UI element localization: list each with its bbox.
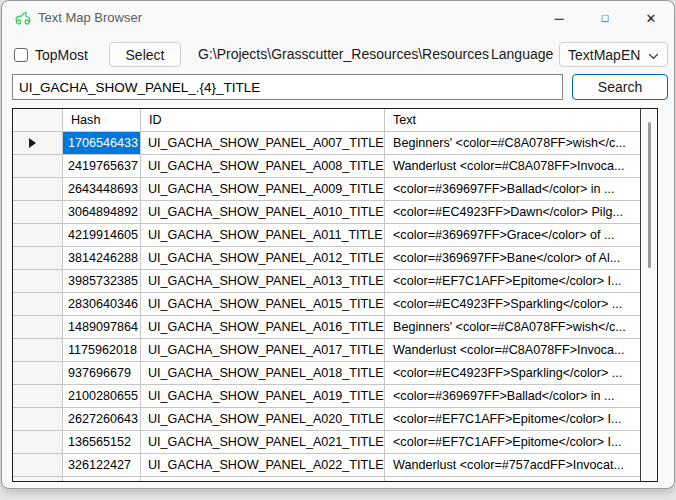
text-cell[interactable]: <color=#EF7C1AFF>Epitome</color> I...: [385, 270, 640, 293]
row-indicator-header[interactable]: [13, 109, 63, 132]
search-input[interactable]: [12, 74, 563, 100]
column-header-text[interactable]: Text: [385, 109, 640, 132]
text-cell[interactable]: <color=#EC4923FF>Sparkling</color> ...: [385, 362, 640, 385]
text-cell[interactable]: Wanderlust <color=#757acdFF>Invocat...: [385, 454, 640, 477]
table-row[interactable]: 1489097864 UI_GACHA_SHOW_PANEL_A016_TITL…: [13, 316, 640, 339]
hash-cell[interactable]: 1175962018: [63, 339, 141, 362]
row-indicator-cell[interactable]: [13, 339, 63, 362]
row-indicator-cell[interactable]: [13, 224, 63, 247]
table-row[interactable]: 2830640346 UI_GACHA_SHOW_PANEL_A015_TITL…: [13, 293, 640, 316]
table-row[interactable]: 2419765637 UI_GACHA_SHOW_PANEL_A008_TITL…: [13, 155, 640, 178]
search-button[interactable]: Search: [572, 74, 668, 100]
table-row[interactable]: 4219914605 UI_GACHA_SHOW_PANEL_A011_TITL…: [13, 224, 640, 247]
row-indicator-cell[interactable]: [13, 293, 63, 316]
hash-cell[interactable]: 326122427: [63, 454, 141, 477]
row-indicator-cell[interactable]: [13, 385, 63, 408]
text-cell[interactable]: <color=#EC4923FF>Dawn</color> Pilg...: [385, 201, 640, 224]
titlebar[interactable]: Text Map Browser ─ □ ✕: [2, 1, 674, 35]
hash-cell[interactable]: 3985732385: [63, 270, 141, 293]
column-header-hash[interactable]: Hash: [63, 109, 141, 132]
id-cell[interactable]: UI_GACHA_SHOW_PANEL_A018_TITLE: [141, 362, 385, 385]
hash-cell[interactable]: 2830640346: [63, 293, 141, 316]
table-row[interactable]: 2100280655 UI_GACHA_SHOW_PANEL_A019_TITL…: [13, 385, 640, 408]
id-cell[interactable]: UI_GACHA_SHOW_PANEL_A020_TITLE: [141, 408, 385, 431]
scrollbar-thumb[interactable]: [648, 122, 651, 268]
table-row[interactable]: 136565152 UI_GACHA_SHOW_PANEL_A021_TITLE…: [13, 431, 640, 454]
close-icon[interactable]: ✕: [628, 1, 674, 35]
row-indicator-cell[interactable]: [13, 270, 63, 293]
id-cell[interactable]: UI_GACHA_SHOW_PANEL_A017_TITLE: [141, 339, 385, 362]
results-table: Hash ID Text 1706546433 UI_GACHA_SHOW_PA…: [12, 108, 658, 482]
hash-cell[interactable]: 3064894892: [63, 201, 141, 224]
hash-cell[interactable]: 1489097864: [63, 316, 141, 339]
row-indicator-cell[interactable]: [13, 454, 63, 477]
row-indicator-cell[interactable]: [13, 431, 63, 454]
id-cell[interactable]: UI_GACHA_SHOW_PANEL_A010_TITLE: [141, 201, 385, 224]
text-cell[interactable]: <color=#369697FF>Ballad</color> in ...: [385, 385, 640, 408]
hash-cell[interactable]: 136565152: [63, 431, 141, 454]
text-cell[interactable]: Wanderlust <color=#C8A078FF>Invoca...: [385, 339, 640, 362]
id-cell[interactable]: UI_GACHA_SHOW_PANEL_A019_TITLE: [141, 385, 385, 408]
hash-cell[interactable]: 2627260643: [63, 408, 141, 431]
text-cell[interactable]: <color=#369697FF>Grace</color> of ...: [385, 224, 640, 247]
hash-cell[interactable]: 2643448693: [63, 178, 141, 201]
hash-cell[interactable]: 2100280655: [63, 385, 141, 408]
hash-cell[interactable]: 937696679: [63, 362, 141, 385]
table-body: 1706546433 UI_GACHA_SHOW_PANEL_A007_TITL…: [13, 132, 640, 477]
id-cell[interactable]: UI_GACHA_SHOW_PANEL_A016_TITLE: [141, 316, 385, 339]
table-header-row: Hash ID Text: [13, 109, 640, 132]
text-cell[interactable]: <color=#EF7C1AFF>Epitome</color> I...: [385, 408, 640, 431]
language-label: Language: [491, 46, 553, 62]
table-row[interactable]: 3814246288 UI_GACHA_SHOW_PANEL_A012_TITL…: [13, 247, 640, 270]
chevron-down-icon: [648, 47, 659, 63]
row-indicator-cell[interactable]: [13, 155, 63, 178]
topmost-checkbox[interactable]: [14, 48, 28, 62]
id-cell[interactable]: UI_GACHA_SHOW_PANEL_A007_TITLE: [141, 132, 385, 155]
table-row[interactable]: 2643448693 UI_GACHA_SHOW_PANEL_A009_TITL…: [13, 178, 640, 201]
text-cell[interactable]: <color=#369697FF>Ballad</color> in ...: [385, 178, 640, 201]
id-cell[interactable]: UI_GACHA_SHOW_PANEL_A022_TITLE: [141, 454, 385, 477]
table-row[interactable]: 937696679 UI_GACHA_SHOW_PANEL_A018_TITLE…: [13, 362, 640, 385]
row-indicator-cell[interactable]: [13, 316, 63, 339]
row-indicator-cell[interactable]: [13, 247, 63, 270]
language-select[interactable]: TextMapEN: [559, 42, 668, 67]
hash-cell[interactable]: 2419765637: [63, 155, 141, 178]
text-cell[interactable]: <color=#EF7C1AFF>Epitome</color> I...: [385, 431, 640, 454]
text-cell[interactable]: Beginners' <color=#C8A078FF>wish</c...: [385, 132, 640, 155]
text-cell[interactable]: <color=#EC4923FF>Sparkling</color> ...: [385, 293, 640, 316]
app-logo-icon: [14, 10, 32, 26]
row-indicator-cell[interactable]: [13, 362, 63, 385]
select-button[interactable]: Select: [109, 42, 181, 67]
partial-clipped-row: [13, 477, 640, 481]
text-cell[interactable]: Beginners' <color=#C8A078FF>wish</c...: [385, 316, 640, 339]
row-indicator-cell[interactable]: [13, 408, 63, 431]
id-cell[interactable]: UI_GACHA_SHOW_PANEL_A008_TITLE: [141, 155, 385, 178]
table-row[interactable]: 1706546433 UI_GACHA_SHOW_PANEL_A007_TITL…: [13, 132, 640, 155]
text-cell[interactable]: Wanderlust <color=#C8A078FF>Invoca...: [385, 155, 640, 178]
hash-cell[interactable]: 4219914605: [63, 224, 141, 247]
id-cell[interactable]: UI_GACHA_SHOW_PANEL_A012_TITLE: [141, 247, 385, 270]
table-row[interactable]: 3064894892 UI_GACHA_SHOW_PANEL_A010_TITL…: [13, 201, 640, 224]
table-row[interactable]: 1175962018 UI_GACHA_SHOW_PANEL_A017_TITL…: [13, 339, 640, 362]
table-row[interactable]: 3985732385 UI_GACHA_SHOW_PANEL_A013_TITL…: [13, 270, 640, 293]
id-cell[interactable]: UI_GACHA_SHOW_PANEL_A011_TITLE: [141, 224, 385, 247]
row-indicator-cell[interactable]: [13, 178, 63, 201]
id-cell[interactable]: UI_GACHA_SHOW_PANEL_A009_TITLE: [141, 178, 385, 201]
minimize-icon[interactable]: ─: [536, 1, 582, 35]
table-row[interactable]: 2627260643 UI_GACHA_SHOW_PANEL_A020_TITL…: [13, 408, 640, 431]
language-value: TextMapEN: [568, 47, 640, 63]
vertical-scrollbar[interactable]: [640, 109, 657, 481]
id-cell[interactable]: UI_GACHA_SHOW_PANEL_A015_TITLE: [141, 293, 385, 316]
resources-path: G:\Projects\Grasscutter_Resources\Resour…: [198, 46, 489, 62]
topmost-checkbox-group[interactable]: TopMost: [14, 41, 88, 68]
text-cell[interactable]: <color=#369697FF>Bane</color> of Al...: [385, 247, 640, 270]
row-indicator-cell[interactable]: [13, 201, 63, 224]
row-indicator-cell[interactable]: [13, 132, 63, 155]
hash-cell[interactable]: 1706546433: [63, 132, 141, 155]
id-cell[interactable]: UI_GACHA_SHOW_PANEL_A013_TITLE: [141, 270, 385, 293]
hash-cell[interactable]: 3814246288: [63, 247, 141, 270]
table-row[interactable]: 326122427 UI_GACHA_SHOW_PANEL_A022_TITLE…: [13, 454, 640, 477]
column-header-id[interactable]: ID: [141, 109, 385, 132]
maximize-icon[interactable]: □: [582, 1, 628, 35]
id-cell[interactable]: UI_GACHA_SHOW_PANEL_A021_TITLE: [141, 431, 385, 454]
